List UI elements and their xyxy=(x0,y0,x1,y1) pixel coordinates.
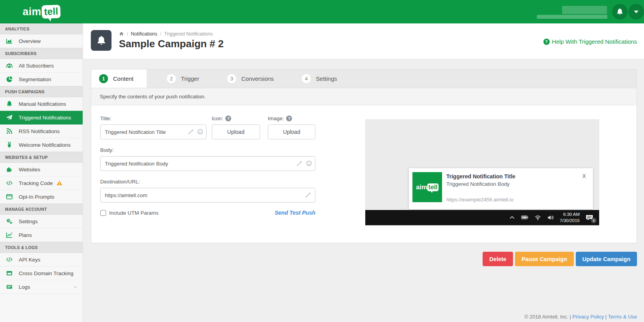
logo-text-tell: tell xyxy=(41,5,60,19)
battery-icon xyxy=(521,214,529,221)
sidebar-item-rss-notifications[interactable]: RSS Notifications xyxy=(0,125,83,138)
tab-label: Content xyxy=(113,75,134,82)
campaign-editor-card: 1 Content 2 Trigger 3 Conversions 4 Sett… xyxy=(91,69,637,243)
notification-count-badge: 5 xyxy=(591,218,596,223)
tab-number-badge: 2 xyxy=(167,74,176,83)
question-circle-icon xyxy=(543,39,550,45)
utm-params-option[interactable]: Include UTM Params xyxy=(100,210,159,216)
sidebar-item-api-keys[interactable]: API Keys xyxy=(0,253,83,267)
tab-label: Conversions xyxy=(241,75,274,82)
bell-icon xyxy=(5,100,13,107)
wand-icon[interactable] xyxy=(305,192,311,198)
help-link[interactable]: Help With Triggered Notifications xyxy=(543,38,637,45)
copyright-text: © 2018 Aimtell, Inc. xyxy=(524,314,568,320)
tab-content[interactable]: 1 Content xyxy=(91,69,147,88)
tab-trigger[interactable]: 2 Trigger xyxy=(159,69,207,88)
sidebar-item-tracking-code[interactable]: Tracking Code xyxy=(0,176,83,190)
breadcrumb-triggered-notifications[interactable]: Triggered Notifications xyxy=(164,31,213,37)
logs-icon xyxy=(5,283,13,290)
send-test-push-link[interactable]: Send Test Push xyxy=(274,210,315,216)
sidebar-section-websites-setup: WEBSITES & SETUP xyxy=(0,152,83,163)
pause-campaign-button[interactable]: Pause Campaign xyxy=(515,252,574,266)
users-icon xyxy=(5,62,13,69)
browser-window-icon xyxy=(5,193,13,200)
item-label: Settings xyxy=(19,219,38,224)
item-label: Opt-In Prompts xyxy=(19,194,55,200)
notification-preview-title: Triggered Notification Title xyxy=(446,173,515,180)
wand-icon[interactable] xyxy=(188,128,194,135)
tab-label: Settings xyxy=(316,75,337,82)
section-label: WEBSITES & SETUP xyxy=(5,155,48,160)
taskbar-date: 7/30/2015 xyxy=(560,218,580,224)
breadcrumb-separator: / xyxy=(127,31,128,37)
question-circle-icon[interactable] xyxy=(225,116,231,121)
page-header: / Notifications / Triggered Notification… xyxy=(83,23,644,59)
breadcrumb-notifications[interactable]: Notifications xyxy=(131,31,157,37)
bell-icon xyxy=(616,8,624,16)
logo-text-aim: aim xyxy=(416,183,427,191)
delete-button[interactable]: Delete xyxy=(483,252,513,266)
help-link-label: Help With Triggered Notifications xyxy=(552,38,637,45)
caret-down-icon xyxy=(634,11,639,13)
question-circle-icon[interactable] xyxy=(286,116,292,121)
item-label: Cross Domain Tracking xyxy=(19,270,73,276)
action-center-icon: 5 xyxy=(585,214,594,222)
section-label: TOOLS & LOGS xyxy=(5,245,38,250)
account-url-redacted xyxy=(537,15,607,19)
item-label: Websites xyxy=(19,167,40,173)
utm-params-label: Include UTM Params xyxy=(109,210,159,216)
pie-chart-icon xyxy=(5,76,13,83)
notification-preview-body: Triggered Notification Body xyxy=(446,181,510,187)
logo-text-aim: aim xyxy=(23,6,41,18)
emoji-icon[interactable] xyxy=(197,128,203,135)
emoji-icon[interactable] xyxy=(306,160,312,167)
section-label: ANALYTICS xyxy=(5,27,30,31)
update-campaign-button[interactable]: Update Campaign xyxy=(576,252,637,266)
item-label: Segmentation xyxy=(19,76,51,82)
section-label: PUSH CAMPAIGNS xyxy=(5,89,44,94)
sidebar-item-websites[interactable]: Websites xyxy=(0,163,83,176)
sidebar-item-welcome-notifications[interactable]: Welcome Notifications xyxy=(0,138,83,152)
sidebar-item-overview[interactable]: Overview xyxy=(0,34,83,48)
image-upload-button[interactable]: Upload xyxy=(268,125,315,139)
footer: © 2018 Aimtell, Inc. | Privacy Policy | … xyxy=(524,314,637,320)
sidebar-item-manual-notifications[interactable]: Manual Notifications xyxy=(0,97,83,111)
terms-link[interactable]: Terms & Use xyxy=(608,314,637,320)
sidebar-item-plans[interactable]: Plans xyxy=(0,228,83,242)
aimtell-logo[interactable]: aimtell xyxy=(0,0,83,23)
paper-plane-icon xyxy=(5,114,13,121)
icon-upload-button[interactable]: Upload xyxy=(212,125,260,139)
icon-label: Icon: xyxy=(212,116,223,121)
notification-preview-url: https://example2459.aimtell.io xyxy=(446,197,513,203)
item-label: RSS Notifications xyxy=(19,128,60,134)
chevron-up-icon xyxy=(508,214,516,221)
account-menu-button[interactable] xyxy=(628,4,644,20)
item-label: API Keys xyxy=(19,257,41,263)
tab-settings[interactable]: 4 Settings xyxy=(294,69,345,88)
item-label: Logs xyxy=(19,284,30,290)
body-label: Body: xyxy=(100,147,315,153)
tab-conversions[interactable]: 3 Conversions xyxy=(219,69,281,88)
area-chart-icon xyxy=(5,37,13,44)
item-label: Triggered Notifications xyxy=(19,115,71,121)
sidebar-item-logs[interactable]: Logs xyxy=(0,280,83,294)
sidebar-item-cross-domain-tracking[interactable]: Cross Domain Tracking xyxy=(0,267,83,280)
sidebar-item-segmentation[interactable]: Segmentation xyxy=(0,73,83,86)
wand-icon[interactable] xyxy=(296,160,303,167)
privacy-policy-link[interactable]: Privacy Policy xyxy=(572,314,604,320)
sidebar-item-triggered-notifications[interactable]: Triggered Notifications xyxy=(0,111,83,125)
tab-number-badge: 3 xyxy=(227,74,236,83)
section-label: SUBSCRIBERS xyxy=(5,51,37,56)
content-form: Title: Icon: Upload Ima xyxy=(91,105,341,216)
sidebar-section-push-campaigns: PUSH CAMPAIGNS xyxy=(0,86,83,97)
home-icon[interactable] xyxy=(119,31,124,36)
sidebar-item-settings[interactable]: Settings xyxy=(0,215,83,228)
sidebar-item-all-subscribers[interactable]: All Subscribers xyxy=(0,59,83,73)
body-input[interactable] xyxy=(100,156,315,171)
utm-params-checkbox[interactable] xyxy=(100,210,106,216)
victory-hand-icon xyxy=(5,141,13,148)
notifications-bell-button[interactable] xyxy=(612,4,628,20)
sidebar-item-opt-in-prompts[interactable]: Opt-In Prompts xyxy=(0,190,83,204)
browser-window-icon xyxy=(5,270,13,277)
destination-url-input[interactable] xyxy=(100,188,315,203)
